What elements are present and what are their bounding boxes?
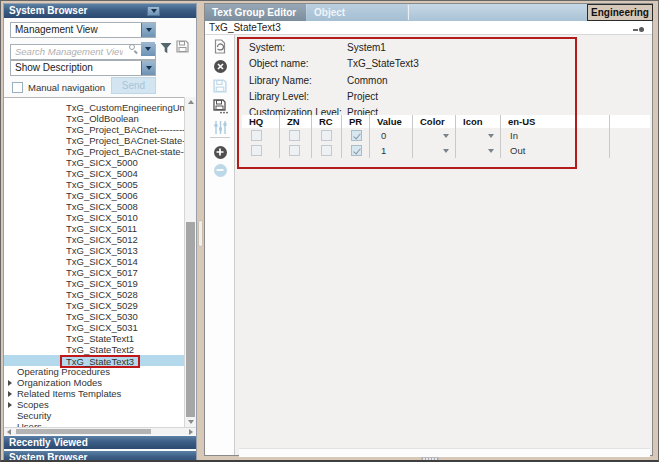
en-us-cell[interactable]: In	[500, 128, 609, 143]
properties: System:System1Object name:TxG_StateText3…	[249, 41, 419, 122]
tree-item[interactable]: TxG_SICX_5008	[4, 201, 184, 212]
tree-item[interactable]: TxG_SICX_5012	[4, 234, 184, 245]
tab-object-configurator[interactable]: Object Configurator	[307, 4, 407, 21]
value-cell[interactable]: 0	[369, 128, 412, 143]
tree-item[interactable]: Related Items Templates	[4, 388, 184, 399]
show-description-select[interactable]: Show Description	[10, 60, 156, 76]
hq-checkbox[interactable]	[251, 130, 262, 141]
tree-item[interactable]: TxG_SICX_5019	[4, 278, 184, 289]
save-icon[interactable]	[212, 78, 228, 94]
scroll-right-icon[interactable]	[189, 429, 193, 435]
tab-text-group-editor[interactable]: Text Group Editor	[205, 4, 306, 21]
app-window: System Browser Management View	[0, 0, 659, 462]
tree-item[interactable]: TxG_CustomEngineeringUnits	[4, 102, 184, 113]
pr-checkbox[interactable]	[351, 145, 362, 156]
expander-icon[interactable]	[8, 391, 12, 397]
en-us-cell[interactable]: Out	[500, 143, 609, 158]
scroll-up-icon[interactable]	[188, 100, 194, 104]
column-header: HQ	[242, 115, 279, 128]
hq-checkbox[interactable]	[251, 145, 262, 156]
tree-item[interactable]: TxG_SICX_5014	[4, 256, 184, 267]
tree-item[interactable]: TxG_SICX_5010	[4, 212, 184, 223]
content-horizontal-scrollbar[interactable]	[239, 448, 650, 457]
filter-icon[interactable]	[160, 42, 172, 54]
tree-item[interactable]: TxG_SICX_5030	[4, 311, 184, 322]
expander-icon[interactable]	[8, 402, 12, 408]
tree-item-label: TxG_SICX_5006	[66, 190, 138, 201]
tree-horizontal-scrollbar[interactable]	[4, 427, 196, 435]
tree-list: TxG_CustomEngineeringUnitsTxG_OldBoolean…	[4, 98, 184, 427]
save-as-icon[interactable]	[212, 98, 228, 114]
tree-item[interactable]: TxG_Project_BACnet----------	[4, 124, 184, 135]
tree-item[interactable]: TxG_SICX_5031	[4, 322, 184, 333]
column-settings-icon[interactable]	[212, 119, 228, 135]
tree-item[interactable]: TxG_SICX_5028	[4, 289, 184, 300]
delete-icon[interactable]	[212, 58, 228, 74]
color-dropdown-icon[interactable]	[443, 149, 449, 153]
system-browser-titlebar[interactable]: System Browser	[4, 4, 196, 18]
window-resize-grip[interactable]	[421, 457, 439, 462]
tree-item[interactable]: TxG_StateText1	[4, 333, 184, 344]
tree-item[interactable]: TxG_StateText3	[4, 355, 184, 366]
scrollbar-thumb[interactable]	[186, 222, 195, 417]
panel-splitter-handle[interactable]	[198, 220, 203, 247]
tree-vertical-scrollbar[interactable]	[184, 97, 196, 427]
scroll-left-icon[interactable]	[7, 429, 11, 435]
tree-item-label: TxG_SICX_5014	[66, 256, 138, 267]
zn-checkbox[interactable]	[289, 145, 300, 156]
scroll-down-icon[interactable]	[188, 420, 194, 424]
tree-item[interactable]: TxG_SICX_5029	[4, 300, 184, 311]
system-browser-bar[interactable]: System Browser	[4, 451, 196, 462]
pr-checkbox[interactable]	[351, 130, 362, 141]
add-icon[interactable]	[212, 144, 228, 160]
navigation-tree: TxG_CustomEngineeringUnitsTxG_OldBoolean…	[4, 97, 196, 427]
color-cell[interactable]	[412, 143, 455, 158]
tree-item-label: TxG_SICX_5030	[66, 311, 138, 322]
save-search-icon[interactable]	[176, 40, 189, 53]
pin-icon[interactable]	[633, 27, 644, 32]
expander-icon[interactable]	[8, 380, 12, 386]
column-header: ZN	[279, 115, 311, 128]
filler-cell	[609, 143, 650, 158]
tree-item[interactable]: Security	[4, 410, 184, 421]
icon-cell[interactable]	[455, 143, 500, 158]
color-dropdown-icon[interactable]	[443, 134, 449, 138]
refresh-document-icon[interactable]	[212, 38, 228, 54]
tree-item[interactable]: TxG_Project_BACnet-State-1-State-2	[4, 135, 184, 146]
tree-item[interactable]: Organization Modes	[4, 377, 184, 388]
tree-item[interactable]: TxG_OldBoolean	[4, 113, 184, 124]
rc-checkbox[interactable]	[321, 145, 332, 156]
tree-item[interactable]: TxG_SICX_5006	[4, 190, 184, 201]
manual-navigation-checkbox[interactable]	[12, 82, 23, 93]
icon-cell[interactable]	[455, 128, 500, 143]
tree-item[interactable]: TxG_StateText2	[4, 344, 184, 355]
tree-item[interactable]: Scopes	[4, 399, 184, 410]
scrollbar-thumb[interactable]	[16, 429, 151, 434]
tree-item[interactable]: TxG_SICX_5013	[4, 245, 184, 256]
icon-dropdown-icon[interactable]	[488, 149, 494, 153]
management-view-select[interactable]: Management View	[10, 22, 156, 38]
tree-item-label: TxG_SICX_5005	[66, 179, 138, 190]
tree-item[interactable]: TxG_SICX_5005	[4, 179, 184, 190]
tree-item[interactable]: TxG_SICX_5011	[4, 223, 184, 234]
send-button[interactable]: Send	[111, 77, 156, 94]
tree-item[interactable]: TxG_Project_BACnet-state-#1-state-	[4, 146, 184, 157]
chevron-down-icon[interactable]	[141, 42, 155, 56]
tree-item-label: TxG_SICX_5008	[66, 201, 138, 212]
editor-panel: Text Group Editor Object Configurator En…	[204, 3, 653, 456]
recently-viewed-bar[interactable]: Recently Viewed	[4, 436, 196, 449]
remove-icon[interactable]	[212, 162, 228, 178]
rc-checkbox[interactable]	[321, 130, 332, 141]
chevron-down-icon[interactable]	[141, 61, 155, 75]
chevron-down-icon[interactable]	[141, 23, 155, 37]
zn-checkbox[interactable]	[289, 130, 300, 141]
tree-item[interactable]: TxG_SICX_5017	[4, 267, 184, 278]
tree-item[interactable]: Operating Procedures	[4, 366, 184, 377]
value-cell[interactable]: 1	[369, 143, 412, 158]
color-cell[interactable]	[412, 128, 455, 143]
icon-dropdown-icon[interactable]	[488, 134, 494, 138]
tree-item[interactable]: TxG_SICX_5000	[4, 157, 184, 168]
engineering-mode-tab[interactable]: Engineering	[587, 4, 653, 21]
tree-item[interactable]: TxG_SICX_5004	[4, 168, 184, 179]
panel-menu-arrow-icon[interactable]	[147, 6, 160, 16]
